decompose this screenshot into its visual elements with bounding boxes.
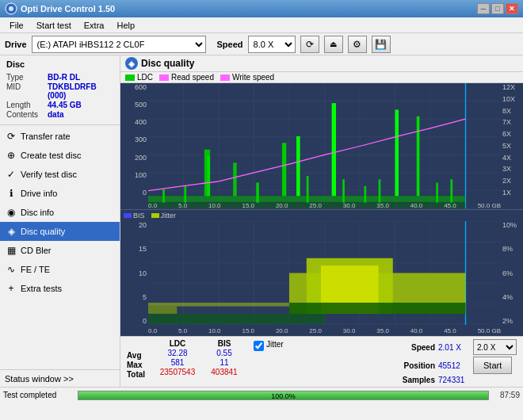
lower-chart: BIS Jitter: [120, 209, 523, 336]
lower-chart-x-labels: 0.05.010.015.020.025.030.035.040.045.050…: [148, 325, 501, 336]
drive-info-icon: ℹ: [5, 187, 17, 200]
progress-text: 100.0%: [78, 391, 488, 401]
minimize-button[interactable]: ─: [477, 3, 490, 14]
sidebar-label-drive-info: Drive info: [21, 189, 57, 198]
time-display: 87:59: [492, 391, 520, 399]
refresh-button[interactable]: ⟳: [300, 36, 319, 53]
disc-info-icon: ◉: [5, 206, 17, 219]
svg-rect-23: [207, 156, 210, 196]
lower-chart-y-left: 20151050: [120, 221, 148, 325]
sidebar-item-disc-quality[interactable]: ◈ Disc quality: [0, 222, 120, 241]
bis-max-value: 11: [204, 358, 244, 367]
bis-col-header: BIS: [204, 339, 244, 348]
cd-bler-icon: ▦: [5, 244, 17, 257]
main-layout: Disc Type BD-R DL MID TDKBLDRFB (000) Le…: [0, 55, 523, 387]
contents-value: data: [48, 110, 64, 119]
contents-label: Contents: [6, 110, 44, 119]
close-button[interactable]: ✕: [506, 3, 518, 14]
settings-button[interactable]: ⚙: [348, 36, 367, 53]
upper-chart-y-right: 12X10X8X7X6X5X4X3X2X1X: [501, 83, 523, 197]
jitter-check-label: Jitter: [266, 340, 284, 349]
legend-read-speed-color: [159, 74, 169, 81]
titlebar: Opti Drive Control 1.50 ─ □ ✕: [0, 0, 523, 17]
sidebar-label-fe-te: FE / TE: [21, 265, 50, 274]
samples-label: Samples: [391, 376, 435, 384]
legend-write-speed: Write speed: [220, 73, 274, 82]
bis-col: BIS 0.55 11 403841: [204, 339, 244, 376]
ldc-col-header: LDC: [154, 339, 201, 348]
drive-select[interactable]: (E:) ATAPI iHBS112 2 CL0F: [32, 36, 206, 53]
length-label: Length: [6, 101, 44, 109]
maximize-button[interactable]: □: [491, 3, 504, 14]
svg-rect-30: [162, 189, 165, 203]
menu-file[interactable]: File: [3, 19, 30, 32]
upper-chart-y-left: 6005004003002001000: [120, 83, 148, 197]
svg-rect-36: [379, 179, 381, 202]
app-title: Opti Drive Control 1.50: [21, 4, 477, 13]
legend-jitter-label: Jitter: [161, 212, 177, 220]
chart-area: 6005004003002001000 12X10X8X7X6X5X4X3X2X…: [120, 83, 523, 336]
sidebar-item-transfer-rate[interactable]: ⟳ Transfer rate: [0, 127, 120, 146]
upper-chart-x-labels: 0.05.010.015.020.025.030.035.040.045.050…: [148, 202, 501, 209]
speed-label: Speed: [217, 40, 243, 49]
svg-rect-56: [148, 307, 177, 314]
disc-section-title: Disc: [0, 57, 120, 71]
menu-help[interactable]: Help: [110, 19, 141, 32]
svg-rect-38: [450, 179, 452, 202]
sidebar-label-disc-quality: Disc quality: [21, 227, 65, 236]
status-window-label: Status window >>: [5, 374, 74, 384]
svg-rect-55: [148, 314, 325, 324]
menu-extra[interactable]: Extra: [78, 19, 111, 32]
disc-quality-header: ◈ Disc quality: [120, 55, 523, 72]
legend-write-speed-label: Write speed: [232, 73, 274, 82]
sidebar-item-disc-info[interactable]: ◉ Disc info: [0, 203, 120, 222]
mid-value: TDKBLDRFB (000): [48, 82, 113, 100]
extra-tests-icon: +: [5, 282, 17, 295]
status-window-button[interactable]: Status window >>: [0, 369, 120, 387]
menu-start-test[interactable]: Start test: [30, 19, 78, 32]
length-value: 44.45 GB: [48, 101, 82, 109]
eject-button[interactable]: ⏏: [324, 36, 343, 53]
upper-chart: 6005004003002001000 12X10X8X7X6X5X4X3X2X…: [120, 83, 523, 209]
create-test-disc-icon: ⊕: [5, 149, 17, 162]
ldc-col: LDC 32.28 581 23507543: [154, 339, 201, 376]
svg-rect-29: [417, 116, 420, 196]
ldc-total-value: 23507543: [154, 368, 201, 376]
sidebar: Disc Type BD-R DL MID TDKBLDRFB (000) Le…: [0, 55, 120, 387]
legend-bis-label: BIS: [133, 212, 145, 220]
svg-rect-33: [307, 176, 309, 202]
legend-read-speed-label: Read speed: [171, 73, 214, 82]
avg-row-label: Avg: [127, 351, 151, 360]
speed-stat-label: Speed: [391, 343, 435, 352]
sidebar-item-fe-te[interactable]: ∿ FE / TE: [0, 260, 120, 279]
svg-rect-26: [296, 136, 300, 196]
jitter-checkbox[interactable]: [254, 341, 264, 351]
jitter-check-area: Jitter: [254, 339, 284, 351]
window-controls: ─ □ ✕: [477, 3, 518, 14]
svg-rect-34: [342, 179, 345, 202]
position-label: Position: [391, 361, 435, 370]
max-row-label: Max: [127, 361, 151, 369]
speed-stat-select[interactable]: 2.0 X: [473, 339, 517, 355]
svg-rect-25: [282, 143, 286, 196]
sidebar-item-create-test-disc[interactable]: ⊕ Create test disc: [0, 146, 120, 165]
total-row-label: Total: [127, 370, 151, 379]
disc-quality-icon: ◈: [5, 225, 17, 238]
mid-label: MID: [6, 82, 44, 100]
ldc-max-value: 581: [154, 358, 201, 367]
transfer-rate-icon: ⟳: [5, 130, 17, 143]
legend-read-speed: Read speed: [159, 73, 214, 82]
samples-value: 724331: [438, 376, 470, 384]
sidebar-label-transfer-rate: Transfer rate: [21, 132, 71, 141]
sidebar-item-cd-bler[interactable]: ▦ CD Bler: [0, 241, 120, 260]
speed-select[interactable]: 8.0 X: [248, 36, 296, 53]
sidebar-item-drive-info[interactable]: ℹ Drive info: [0, 184, 120, 203]
sidebar-item-verify-test-disc[interactable]: ✓ Verify test disc: [0, 165, 120, 184]
sidebar-label-create-test-disc: Create test disc: [21, 151, 81, 160]
stats-labels-col: Avg Max Total: [127, 339, 151, 379]
sidebar-item-extra-tests[interactable]: + Extra tests: [0, 279, 120, 298]
start-button[interactable]: Start: [473, 357, 512, 374]
drivebar: Drive (E:) ATAPI iHBS112 2 CL0F Speed 8.…: [0, 33, 523, 55]
sidebar-divider-1: [0, 124, 120, 125]
save-button[interactable]: 💾: [372, 36, 391, 53]
